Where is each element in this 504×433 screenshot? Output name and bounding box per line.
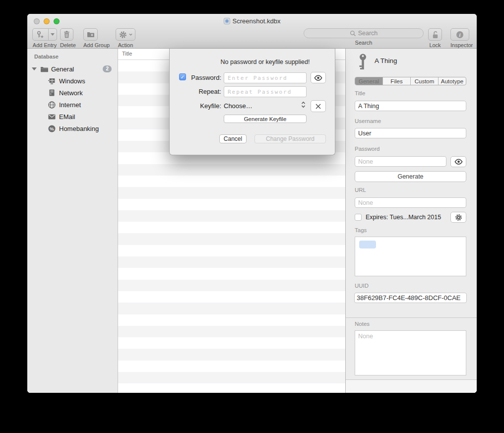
table-row <box>118 245 345 256</box>
table-row <box>118 233 345 245</box>
toolbar-search: Search Search <box>304 27 424 46</box>
title-field[interactable] <box>355 101 466 111</box>
info-icon: i <box>456 31 464 39</box>
table-row <box>118 314 345 326</box>
window-title-area: Screenshot.kdbx <box>27 17 477 25</box>
document-proxy-icon <box>224 18 230 24</box>
reveal-password-button[interactable] <box>450 156 466 167</box>
column-header-title[interactable]: Title <box>122 51 132 57</box>
key-plus-icon <box>33 29 48 40</box>
tab-autotype[interactable]: Autotype <box>438 77 466 85</box>
eye-icon <box>454 159 463 165</box>
generate-password-button[interactable]: Generate <box>355 171 466 182</box>
url-field[interactable] <box>355 197 466 208</box>
add-group-label: Add Group <box>83 42 98 48</box>
search-input[interactable]: Search <box>304 28 424 38</box>
clear-keyfile-button[interactable] <box>311 100 326 112</box>
table-row <box>118 349 345 360</box>
internet-icon <box>48 101 56 109</box>
sidebar-group-general[interactable]: General 2 <box>27 63 118 75</box>
table-row <box>118 256 345 268</box>
disclosure-triangle-icon[interactable] <box>32 67 37 70</box>
toolbar-inspector: i Inspector <box>450 28 469 48</box>
table-row <box>118 210 345 222</box>
delete-label: Delete <box>60 42 73 48</box>
enter-password-input[interactable] <box>224 72 307 83</box>
keyfile-label: Keyfile: <box>179 102 221 110</box>
tab-general[interactable]: General <box>355 77 382 85</box>
change-password-button[interactable]: Change Password <box>254 134 326 143</box>
tab-custom[interactable]: Custom <box>410 77 438 85</box>
sidebar-item-label: EMail <box>59 113 75 121</box>
table-row <box>118 361 345 372</box>
sidebar-item-label: Network <box>59 89 83 97</box>
popup-stepper-icon[interactable] <box>301 101 306 109</box>
sidebar-item-network[interactable]: Network <box>27 87 118 99</box>
tags-field[interactable] <box>355 237 466 276</box>
table-row <box>118 187 345 198</box>
uuid-label: UUID <box>355 283 369 289</box>
repeat-label: Repeat: <box>179 88 221 95</box>
cancel-label: Cancel <box>224 135 242 142</box>
add-entry-dropdown-arrow-icon[interactable] <box>49 29 57 40</box>
sidebar-item-homebanking[interactable]: % Homebanking <box>27 123 118 134</box>
repeat-password-input[interactable] <box>224 86 307 97</box>
close-x-icon <box>315 104 321 109</box>
sidebar-item-email[interactable]: EMail <box>27 111 118 123</box>
table-row <box>118 326 345 337</box>
action-label: Action <box>116 42 135 48</box>
toolbar-add-group: Add Group <box>83 28 98 48</box>
window-title: Screenshot.kdbx <box>233 17 281 25</box>
toolbar-action: Action <box>116 28 135 48</box>
keyfile-popup[interactable]: Choose… <box>224 102 252 110</box>
table-row <box>118 164 345 176</box>
expires-settings-button[interactable] <box>450 212 466 223</box>
uuid-field[interactable] <box>354 293 467 303</box>
lock-label: Lock <box>428 42 442 48</box>
password-field[interactable] <box>355 156 446 167</box>
url-field-label: URL <box>355 187 366 193</box>
lock-button[interactable] <box>428 28 442 41</box>
table-row <box>118 268 345 279</box>
sheet-warning-message: No password or keyfile supplied! <box>170 59 335 65</box>
sidebar-item-label: Homebanking <box>59 125 99 132</box>
section-divider <box>346 317 477 318</box>
inspector-tabs: General Files Custom Autotype <box>355 77 466 85</box>
tags-label: Tags <box>355 227 367 233</box>
notes-label: Notes <box>355 321 370 327</box>
generate-keyfile-button[interactable]: Generate Keyfile <box>224 115 307 123</box>
table-row <box>118 280 345 291</box>
gear-icon <box>455 214 462 221</box>
svg-text:i: i <box>459 32 461 38</box>
chevron-down-icon <box>129 33 132 36</box>
sidebar-item-internet[interactable]: Internet <box>27 99 118 111</box>
inspector-button[interactable]: i <box>450 28 469 41</box>
username-field[interactable] <box>355 128 466 138</box>
reveal-sheet-password-button[interactable] <box>311 72 326 83</box>
folder-plus-icon <box>87 31 95 38</box>
key-icon <box>359 54 367 71</box>
sidebar-item-windows[interactable]: Windows <box>27 75 118 87</box>
folder-icon <box>40 66 48 72</box>
app-window: Screenshot.kdbx Add Entry Delete <box>27 14 477 393</box>
trash-icon <box>63 31 70 38</box>
sidebar-item-label: Internet <box>59 101 81 109</box>
add-entry-button[interactable] <box>32 28 57 41</box>
tab-files[interactable]: Files <box>382 77 410 85</box>
table-row <box>118 176 345 187</box>
table-row <box>118 303 345 314</box>
action-button[interactable] <box>116 28 135 41</box>
cancel-button[interactable]: Cancel <box>219 134 247 143</box>
inspector-bottom-bar <box>346 380 477 393</box>
search-label: Search <box>304 40 424 46</box>
password-label: Password: <box>179 74 221 81</box>
windows-icon <box>48 78 56 84</box>
table-row <box>118 222 345 233</box>
expires-checkbox[interactable] <box>355 214 362 221</box>
notes-field[interactable] <box>355 330 466 375</box>
tag-token[interactable] <box>359 241 376 248</box>
change-password-label: Change Password <box>266 135 315 142</box>
table-row <box>118 372 345 383</box>
add-group-button[interactable] <box>83 28 98 41</box>
delete-button[interactable] <box>60 28 73 41</box>
